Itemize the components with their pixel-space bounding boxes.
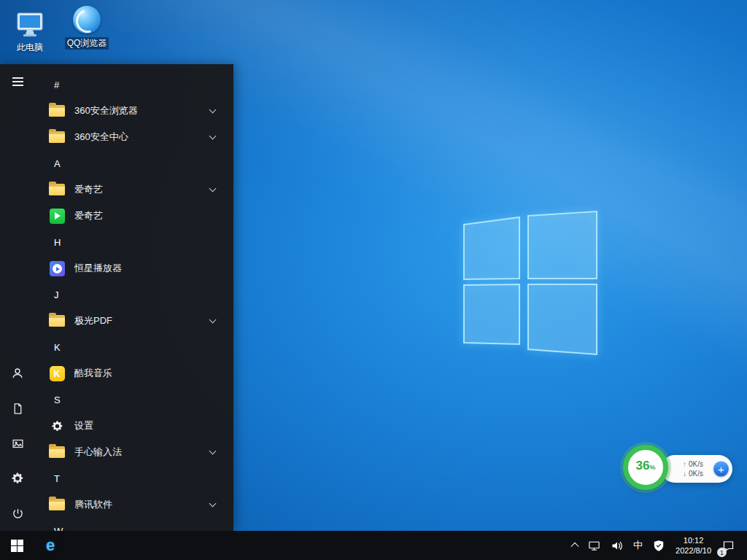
- folder-icon: [49, 315, 65, 327]
- chevron-down-icon[interactable]: [209, 500, 217, 508]
- folder-icon: [49, 499, 65, 510]
- speaker-icon: [611, 540, 623, 552]
- chevron-down-icon[interactable]: [209, 106, 217, 114]
- start-menu-item[interactable]: 设置: [35, 413, 233, 439]
- user-account-button[interactable]: [0, 356, 35, 391]
- chevron-down-icon[interactable]: [209, 316, 217, 324]
- net-speed-panel: ↑ 0K/s ↓ 0K/s +: [661, 455, 732, 483]
- start-menu-item[interactable]: 360安全中心: [35, 124, 233, 150]
- app-label: 爱奇艺: [74, 183, 103, 196]
- memory-usage-ball[interactable]: 36 %: [623, 445, 668, 490]
- notification-badge: 1: [717, 548, 727, 557]
- start-menu-item[interactable]: 爱奇艺: [35, 203, 233, 229]
- desktop-icon-label: 此电脑: [17, 42, 43, 54]
- section-letter: J: [54, 289, 59, 300]
- start-button[interactable]: [0, 531, 34, 560]
- pictures-button[interactable]: [0, 426, 35, 461]
- settings-button[interactable]: [0, 461, 35, 496]
- app-icon-wrap: [48, 496, 66, 513]
- taskbar: e 中 10:12 2022/8/: [0, 531, 747, 560]
- app-label: 手心输入法: [74, 446, 122, 459]
- start-menu-app-list: # 360安全浏览器 360安全中心 A 爱奇艺 爱奇艺 H 恒星播放器 J: [35, 64, 233, 531]
- folder-icon: [49, 131, 65, 143]
- app-label: 酷我音乐: [74, 367, 112, 380]
- chevron-down-icon[interactable]: [209, 185, 217, 192]
- chevron-down-icon[interactable]: [209, 448, 217, 455]
- section-header[interactable]: H: [35, 229, 233, 255]
- shield-icon: [653, 540, 665, 551]
- start-menu-item[interactable]: K 酷我音乐: [35, 360, 233, 386]
- show-hidden-icons-button[interactable]: [567, 531, 583, 560]
- start-menu-item[interactable]: 恒星播放器: [35, 255, 233, 281]
- clock-date: 2022/8/10: [676, 545, 711, 556]
- section-letter: S: [54, 394, 61, 405]
- section-letter: H: [54, 237, 61, 248]
- pictures-icon: [12, 438, 24, 450]
- desktop-icon-this-pc[interactable]: 此电脑: [1, 10, 58, 54]
- folder-icon: [49, 446, 65, 458]
- memory-percent: 36: [636, 459, 650, 472]
- star-player-icon: [50, 261, 65, 276]
- start-menu: # 360安全浏览器 360安全中心 A 爱奇艺 爱奇艺 H 恒星播放器 J: [0, 64, 233, 531]
- computer-icon: [15, 10, 44, 38]
- download-arrow-icon: ↓: [683, 470, 686, 478]
- documents-button[interactable]: [0, 391, 35, 426]
- ime-label: 中: [633, 539, 643, 552]
- plus-icon: +: [718, 464, 724, 475]
- defender-tray-button[interactable]: [648, 531, 670, 560]
- desktop-icon-qq-browser[interactable]: QQ浏览器: [58, 6, 115, 50]
- folder-icon: [49, 105, 65, 117]
- start-menu-rail: [0, 64, 35, 531]
- chevron-up-icon: [570, 542, 578, 551]
- app-label: 腾讯软件: [74, 498, 112, 511]
- app-icon-wrap: [48, 312, 66, 330]
- section-header[interactable]: #: [35, 71, 233, 98]
- power-button[interactable]: [0, 496, 35, 531]
- section-header[interactable]: T: [35, 465, 233, 491]
- app-label: 极光PDF: [74, 314, 112, 327]
- start-menu-item[interactable]: 爱奇艺: [35, 176, 233, 203]
- windows-logo-wallpaper: [458, 209, 601, 357]
- app-icon-wrap: K: [48, 365, 66, 382]
- app-label: 恒星播放器: [74, 262, 122, 275]
- iqiyi-icon: [50, 209, 65, 224]
- edge-browser-button[interactable]: e: [34, 531, 67, 560]
- start-menu-item[interactable]: 极光PDF: [35, 308, 233, 334]
- system-tray: 中 10:12 2022/8/10 1: [567, 531, 747, 560]
- app-icon-wrap: [48, 181, 66, 198]
- gear-icon: [11, 472, 24, 485]
- power-icon: [12, 508, 24, 520]
- section-header[interactable]: W: [35, 518, 233, 531]
- section-header[interactable]: K: [35, 334, 233, 360]
- action-center-button[interactable]: 1: [717, 531, 740, 560]
- section-header[interactable]: S: [35, 386, 233, 413]
- network-tray-button[interactable]: [583, 531, 605, 560]
- clock[interactable]: 10:12 2022/8/10: [670, 531, 717, 560]
- app-label: 360安全中心: [74, 131, 128, 144]
- chevron-down-icon[interactable]: [209, 133, 217, 140]
- ime-indicator[interactable]: 中: [628, 531, 648, 560]
- edge-icon: e: [46, 537, 55, 553]
- memory-percent-unit: %: [649, 464, 655, 471]
- section-header[interactable]: J: [35, 281, 233, 308]
- app-icon-wrap: [48, 102, 66, 120]
- desktop-icon-label: QQ浏览器: [65, 37, 109, 50]
- start-menu-item[interactable]: 腾讯软件: [35, 491, 233, 518]
- accelerate-button[interactable]: +: [713, 462, 729, 477]
- download-speed-value: 0K/s: [689, 470, 703, 478]
- app-label: 爱奇艺: [74, 209, 103, 222]
- start-menu-item[interactable]: 手心输入法: [35, 439, 233, 465]
- volume-tray-button[interactable]: [605, 531, 628, 560]
- upload-speed-value: 0K/s: [689, 460, 703, 469]
- folder-icon: [49, 184, 65, 195]
- windows-logo-icon: [11, 540, 23, 552]
- app-label: 设置: [74, 419, 93, 432]
- section-header[interactable]: A: [35, 150, 233, 176]
- start-menu-item[interactable]: 360安全浏览器: [35, 98, 233, 124]
- hamburger-icon: [12, 77, 23, 86]
- app-icon-wrap: [48, 260, 66, 277]
- section-letter: #: [54, 79, 59, 90]
- document-icon: [12, 402, 24, 415]
- expand-menu-button[interactable]: [0, 64, 35, 99]
- app-icon-wrap: [48, 443, 66, 461]
